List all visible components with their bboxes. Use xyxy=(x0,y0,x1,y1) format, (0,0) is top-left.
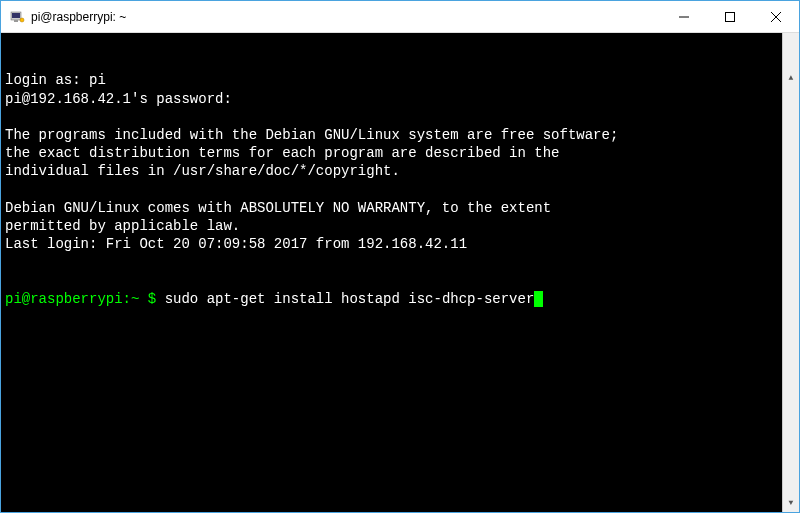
terminal-line: login as: pi xyxy=(5,71,795,89)
window-title: pi@raspberrypi: ~ xyxy=(31,10,661,24)
terminal-line: Last login: Fri Oct 20 07:09:58 2017 fro… xyxy=(5,235,795,253)
terminal-line: pi@192.168.42.1's password: xyxy=(5,90,795,108)
terminal-line: the exact distribution terms for each pr… xyxy=(5,144,795,162)
window-controls xyxy=(661,1,799,32)
cursor-block xyxy=(534,291,543,307)
minimize-button[interactable] xyxy=(661,1,707,32)
terminal-line: Debian GNU/Linux comes with ABSOLUTELY N… xyxy=(5,199,795,217)
terminal-line: permitted by applicable law. xyxy=(5,217,795,235)
putty-icon xyxy=(9,9,25,25)
terminal-line: individual files in /usr/share/doc/*/cop… xyxy=(5,162,795,180)
terminal-output[interactable]: login as: pipi@192.168.42.1's password: … xyxy=(1,33,799,512)
current-command: sudo apt-get install hostapd isc-dhcp-se… xyxy=(165,291,535,307)
scroll-up-arrow[interactable]: ▲ xyxy=(783,69,799,86)
svg-point-3 xyxy=(20,18,24,22)
terminal-line xyxy=(5,181,795,199)
close-button[interactable] xyxy=(753,1,799,32)
terminal-line: The programs included with the Debian GN… xyxy=(5,126,795,144)
maximize-button[interactable] xyxy=(707,1,753,32)
terminal-window: pi@raspberrypi: ~ login as: pipi@192.168… xyxy=(0,0,800,513)
svg-rect-2 xyxy=(14,20,18,22)
vertical-scrollbar[interactable]: ▲ ▼ xyxy=(782,33,799,512)
scroll-down-arrow[interactable]: ▼ xyxy=(783,495,799,512)
svg-rect-5 xyxy=(726,12,735,21)
terminal-line xyxy=(5,108,795,126)
titlebar[interactable]: pi@raspberrypi: ~ xyxy=(1,1,799,33)
prompt-line: pi@raspberrypi:~ $ sudo apt-get install … xyxy=(5,290,795,308)
svg-rect-1 xyxy=(12,13,20,18)
shell-prompt: pi@raspberrypi:~ $ xyxy=(5,291,165,307)
